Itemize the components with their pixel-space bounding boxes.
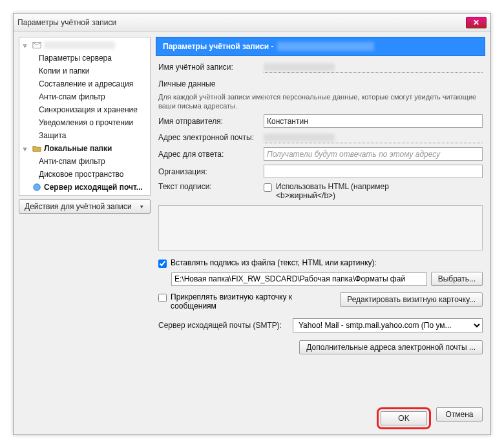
folder-icon <box>32 144 41 153</box>
server-icon <box>32 183 41 192</box>
personal-data-desc: Для каждой учётной записи имеются персон… <box>158 92 483 110</box>
svg-point-1 <box>34 184 41 191</box>
account-settings-dialog: Параметры учётной записи ✕ ▿ Параметры с… <box>13 13 491 435</box>
tree-item-return-receipts[interactable]: Уведомления о прочтении <box>19 116 150 129</box>
account-name-label: Имя учётной записи: <box>158 63 258 72</box>
tree-item-junk-settings[interactable]: Анти-спам фильтр <box>19 90 150 103</box>
tree-item-composition-addressing[interactable]: Составление и адресация <box>19 77 150 90</box>
signature-text-label: Текст подписи: <box>158 182 258 191</box>
tree-item-copies-folders[interactable]: Копии и папки <box>19 65 150 77</box>
personal-data-title: Личные данные <box>158 79 483 88</box>
use-html-label: Использовать HTML (например <b>жирный</b… <box>276 182 389 200</box>
tree-local-folders-header[interactable]: ▿ Локальные папки <box>19 142 150 155</box>
expander-icon: ▿ <box>23 145 30 152</box>
tree-smtp-header[interactable]: Сервер исходящей почт... <box>19 181 150 194</box>
browse-button[interactable]: Выбрать... <box>431 272 483 286</box>
masked-account-name <box>44 41 115 49</box>
tree-item-label: Сервер исходящей почт... <box>44 183 143 192</box>
masked-email-value <box>264 134 335 141</box>
tree-account-header[interactable]: ▿ <box>19 39 150 52</box>
account-tree: ▿ Параметры сервера Копии и папки Состав… <box>19 37 151 196</box>
organization-label: Организация: <box>158 167 258 176</box>
smtp-label: Сервер исходящей почты (SMTP): <box>158 321 288 330</box>
masked-email <box>277 42 374 51</box>
sender-name-label: Имя отправителя: <box>158 117 258 126</box>
reply-to-label: Адрес для ответа: <box>158 150 258 159</box>
attach-sig-file-label: Вставлять подпись из файла (текст, HTML … <box>171 258 377 267</box>
masked-account-name-value <box>264 63 335 71</box>
tree-item-sync-storage[interactable]: Синхронизация и хранение <box>19 103 150 116</box>
use-html-checkbox[interactable] <box>264 183 272 192</box>
edit-vcard-button[interactable]: Редактировать визитную карточку... <box>340 292 483 307</box>
attach-sig-file-checkbox[interactable] <box>158 260 167 268</box>
organization-input[interactable] <box>264 165 483 178</box>
tree-item-local-junk[interactable]: Анти-спам фильтр <box>19 155 150 168</box>
smtp-select[interactable]: Yahoo! Mail - smtp.mail.yahoo.com (По ум… <box>293 318 483 332</box>
reply-to-input[interactable] <box>264 147 483 161</box>
expander-icon: ▿ <box>23 42 30 49</box>
attach-vcard-label: Прикреплять визитную карточку к сообщени… <box>171 292 335 311</box>
email-value[interactable] <box>264 132 483 143</box>
tree-item-label: Локальные папки <box>44 144 112 153</box>
sender-name-input[interactable] <box>264 114 483 128</box>
ok-highlight: OK <box>377 407 431 429</box>
attach-vcard-checkbox[interactable] <box>158 294 167 302</box>
tree-item-server-settings[interactable]: Параметры сервера <box>19 52 150 65</box>
close-icon: ✕ <box>473 18 479 27</box>
tree-item-security[interactable]: Защита <box>19 129 150 142</box>
titlebar: Параметры учётной записи ✕ <box>14 14 490 32</box>
account-name-value[interactable] <box>264 61 483 73</box>
chevron-down-icon: ▾ <box>140 203 143 210</box>
sig-file-path-input[interactable] <box>171 272 427 286</box>
settings-panel: Параметры учётной записи - Имя учётной з… <box>156 37 485 398</box>
account-actions-button[interactable]: Действия для учётной записи ▾ <box>19 199 151 214</box>
panel-banner: Параметры учётной записи - <box>156 37 485 56</box>
close-button[interactable]: ✕ <box>466 17 487 28</box>
tree-item-disk-space[interactable]: Дисковое пространство <box>19 168 150 181</box>
dialog-button-row: OK Отмена <box>19 403 485 429</box>
extra-emails-button[interactable]: Дополнительные адреса электронной почты … <box>299 340 483 354</box>
mail-icon <box>32 41 41 50</box>
cancel-button[interactable]: Отмена <box>436 407 483 422</box>
ok-button[interactable]: OK <box>381 411 427 425</box>
window-title: Параметры учётной записи <box>17 18 116 27</box>
signature-textarea[interactable] <box>158 205 483 250</box>
email-label: Адрес электронной почты: <box>158 133 258 142</box>
